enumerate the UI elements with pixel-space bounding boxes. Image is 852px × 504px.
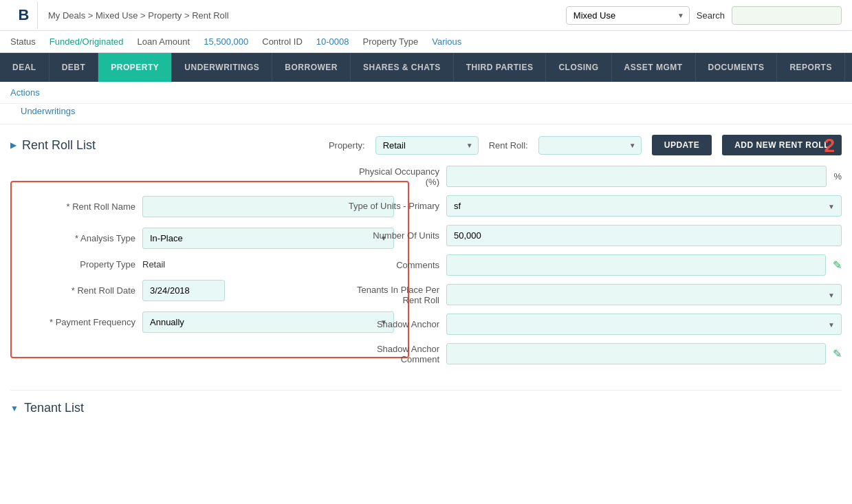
underwritings-link[interactable]: Underwritings bbox=[10, 104, 852, 118]
shadow-anchor-comment-label: Shadow Anchor Comment bbox=[302, 344, 439, 364]
number-of-units-input[interactable] bbox=[446, 225, 842, 246]
search-label: Search bbox=[697, 10, 725, 21]
top-bar: B My Deals > Mixed Use > Property > Rent… bbox=[0, 0, 852, 31]
rent-roll-section-header: ▶ Rent Roll List Property: Retail Office… bbox=[10, 135, 842, 155]
tab-debt[interactable]: DEBT bbox=[50, 53, 99, 82]
main-content: ▶ Rent Roll List Property: Retail Office… bbox=[0, 124, 852, 426]
tenants-in-place-row: Tenants In Place Per Rent Roll bbox=[302, 284, 842, 305]
percent-symbol: % bbox=[833, 171, 842, 182]
shadow-anchor-select[interactable] bbox=[446, 314, 842, 335]
rent-roll-dropdown[interactable] bbox=[538, 136, 642, 155]
control-id-value: 10-0008 bbox=[316, 36, 349, 47]
breadcrumb: My Deals > Mixed Use > Property > Rent R… bbox=[48, 10, 566, 21]
property-type-label: Property Type bbox=[363, 36, 419, 47]
tab-borrower[interactable]: BORROWER bbox=[272, 53, 351, 82]
number-of-units-label: Number Of Units bbox=[302, 230, 439, 241]
status-value: Funded/Originated bbox=[50, 36, 124, 47]
tab-shares-chats[interactable]: SHARES & CHATS bbox=[351, 53, 454, 82]
physical-occupancy-label: Physical Occupancy (%) bbox=[302, 166, 439, 187]
comments-edit-icon[interactable]: ✎ bbox=[833, 259, 842, 272]
right-panel: 2 Physical Occupancy (%) % Type of Units… bbox=[302, 166, 842, 373]
tenant-list-title-text: Tenant List bbox=[24, 401, 84, 415]
tab-underwritings[interactable]: UNDERWRITINGS bbox=[172, 53, 272, 82]
property-dropdown-wrapper[interactable]: Retail Office Industrial bbox=[375, 136, 479, 155]
shadow-anchor-select-wrap[interactable] bbox=[446, 314, 842, 335]
physical-occupancy-row: Physical Occupancy (%) % bbox=[302, 166, 842, 187]
tenants-in-place-label: Tenants In Place Per Rent Roll bbox=[302, 285, 439, 305]
loan-amount-label: Loan Amount bbox=[138, 36, 190, 47]
logo-text: B bbox=[19, 6, 30, 24]
red-label-2: 2 bbox=[824, 135, 835, 157]
actions-bar: Actions bbox=[0, 82, 852, 104]
nav-tabs: DEAL DEBT PROPERTY UNDERWRITINGS BORROWE… bbox=[0, 53, 852, 82]
type-of-units-label: Type of Units - Primary bbox=[302, 201, 439, 211]
shadow-anchor-label: Shadow Anchor bbox=[302, 319, 439, 329]
status-label: Status bbox=[10, 36, 36, 47]
update-button[interactable]: UPDATE bbox=[652, 135, 712, 155]
tenants-in-place-select-wrap[interactable] bbox=[446, 284, 842, 305]
top-right-controls: Mixed Use Retail Office Industrial Searc… bbox=[566, 6, 842, 25]
rent-roll-title: ▶ Rent Roll List bbox=[10, 138, 96, 153]
control-id-label: Control ID bbox=[262, 36, 303, 47]
tenant-list-title: ▼ Tenant List bbox=[10, 401, 842, 415]
app-logo: B bbox=[10, 1, 38, 29]
rent-roll-dropdown-label: Rent Roll: bbox=[489, 140, 528, 151]
actions-link[interactable]: Actions bbox=[10, 87, 40, 98]
status-bar: Status Funded/Originated Loan Amount 15,… bbox=[0, 31, 852, 53]
section-controls: Property: Retail Office Industrial Rent … bbox=[329, 135, 842, 155]
form-panels: 1 * Rent Roll Name * Analysis Type In-Pl… bbox=[10, 166, 842, 373]
property-type-form-label: Property Type bbox=[25, 259, 135, 270]
tab-deal[interactable]: DEAL bbox=[0, 53, 50, 82]
mixed-use-dropdown[interactable]: Mixed Use Retail Office Industrial bbox=[566, 6, 690, 25]
underwritings-bar: Underwritings bbox=[0, 104, 852, 124]
tenant-triangle-icon: ▼ bbox=[10, 404, 19, 413]
triangle-icon: ▶ bbox=[10, 140, 17, 150]
comments-input[interactable] bbox=[446, 254, 826, 276]
type-of-units-row: Type of Units - Primary sf units beds bbox=[302, 195, 842, 217]
payment-frequency-label: * Payment Frequency bbox=[25, 317, 135, 327]
number-of-units-row: Number Of Units bbox=[302, 225, 842, 246]
property-dropdown[interactable]: Retail Office Industrial bbox=[375, 136, 479, 155]
loan-amount-value: 15,500,000 bbox=[204, 36, 248, 47]
comments-label: Comments bbox=[302, 260, 439, 270]
rent-roll-date-input[interactable] bbox=[142, 280, 225, 301]
tab-documents[interactable]: DOCUMENTS bbox=[696, 53, 778, 82]
tab-asset-mgmt[interactable]: ASSET MGMT bbox=[612, 53, 696, 82]
tenant-section: ▼ Tenant List bbox=[10, 390, 842, 415]
property-dropdown-label: Property: bbox=[329, 140, 365, 151]
red-label-1: 1 bbox=[0, 259, 1, 281]
rent-roll-date-label: * Rent Roll Date bbox=[25, 285, 135, 296]
tab-third-parties[interactable]: THIRD PARTIES bbox=[454, 53, 547, 82]
tab-closing[interactable]: CLOSING bbox=[546, 53, 611, 82]
type-of-units-select[interactable]: sf units beds bbox=[446, 195, 842, 217]
left-panel-wrapper: 1 * Rent Roll Name * Analysis Type In-Pl… bbox=[10, 166, 288, 373]
shadow-anchor-comment-row: Shadow Anchor Comment ✎ bbox=[302, 343, 842, 364]
shadow-anchor-comment-edit-icon[interactable]: ✎ bbox=[833, 347, 842, 360]
tenants-in-place-select[interactable] bbox=[446, 284, 842, 305]
property-type-static-value: Retail bbox=[142, 259, 165, 270]
shadow-anchor-comment-input[interactable] bbox=[446, 343, 826, 364]
physical-occupancy-input[interactable] bbox=[446, 166, 827, 187]
property-type-value: Various bbox=[432, 36, 461, 47]
rent-roll-title-text: Rent Roll List bbox=[22, 138, 96, 153]
rent-roll-name-label: * Rent Roll Name bbox=[25, 201, 135, 212]
analysis-type-label: * Analysis Type bbox=[25, 233, 135, 243]
search-input[interactable] bbox=[732, 6, 842, 25]
comments-row: Comments ✎ bbox=[302, 254, 842, 276]
tab-property[interactable]: PROPERTY bbox=[98, 53, 172, 82]
rent-roll-dropdown-wrapper[interactable] bbox=[538, 136, 642, 155]
shadow-anchor-row: Shadow Anchor bbox=[302, 314, 842, 335]
mixed-use-dropdown-wrapper[interactable]: Mixed Use Retail Office Industrial bbox=[566, 6, 690, 25]
type-of-units-select-wrap[interactable]: sf units beds bbox=[446, 195, 842, 217]
tab-reports[interactable]: REPORTS bbox=[777, 53, 845, 82]
